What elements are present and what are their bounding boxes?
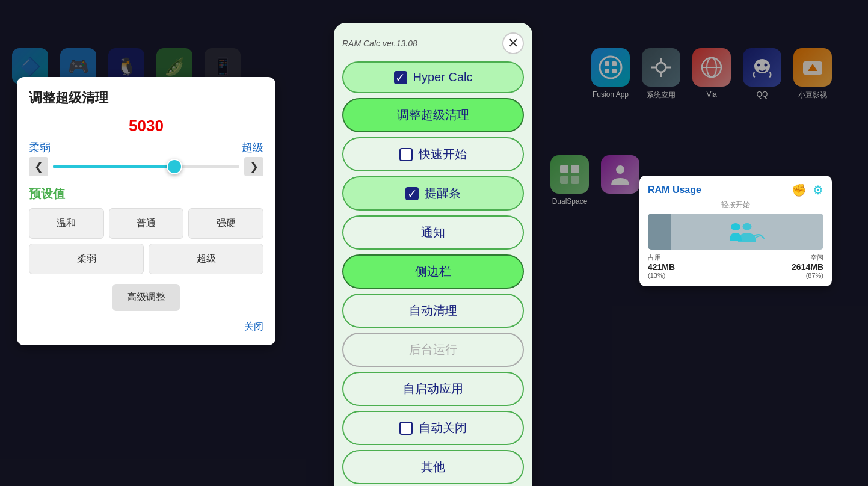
menu-btn-other[interactable]: 其他 — [342, 450, 524, 484]
slider-value: 5030 — [29, 117, 263, 135]
dualspace-label: DualSpace — [552, 197, 588, 206]
menu-btn-autoclose-label: 自动关闭 — [419, 420, 467, 436]
via-label: Via — [706, 90, 716, 99]
menu-btn-adjust-label: 调整超级清理 — [397, 107, 469, 123]
ram-gear-icon[interactable]: ⚙ — [813, 183, 823, 197]
ram-free-label: 空闲 — [792, 253, 823, 262]
slider-label-right: 超级 — [242, 140, 263, 155]
desktop-icon-sys[interactable]: 系统应用 — [642, 48, 680, 100]
menu-btn-quickstart[interactable]: 快速开始 — [342, 137, 524, 171]
menu-btn-sidebar-label: 侧边栏 — [415, 263, 451, 280]
ram-subtitle: 轻按开始 — [648, 200, 823, 210]
svg-point-22 — [616, 165, 624, 174]
slider-label-left: 柔弱 — [29, 140, 51, 155]
preset-title: 预设值 — [29, 186, 263, 202]
preset-btn-chaoji[interactable]: 超级 — [149, 244, 263, 274]
close-dialog-button[interactable]: ✕ — [502, 32, 524, 54]
menu-btn-notify[interactable]: 通知 — [342, 215, 524, 250]
via-icon-img — [692, 48, 731, 87]
ram-bar — [648, 214, 823, 250]
preset-btn-qiangying[interactable]: 强硬 — [188, 208, 263, 239]
xiaodou-icon-img — [793, 48, 832, 87]
checkbox-reminder: ✓ — [405, 187, 419, 200]
close-link[interactable]: 关闭 — [29, 321, 263, 333]
menu-btn-autoclose[interactable]: 自动关闭 — [342, 411, 524, 445]
desktop-icon-person[interactable] — [601, 155, 639, 206]
slider-track[interactable] — [53, 165, 239, 168]
desktop-icon-qq[interactable]: QQ — [743, 48, 781, 99]
advanced-btn[interactable]: 高级调整 — [112, 284, 180, 311]
fusion-icon-img — [591, 48, 630, 87]
svg-point-15 — [765, 64, 768, 67]
person-icon-img — [601, 155, 639, 194]
qq-icon-img — [743, 48, 781, 87]
svg-point-5 — [656, 63, 666, 72]
slider-fill — [53, 165, 174, 168]
ram-widget: RAM Usage ✊ ⚙ 轻按开始 — [639, 176, 832, 286]
ram-fist-icon[interactable]: ✊ — [792, 183, 807, 197]
desktop: 🔷 🎮 🐧 🫛 📱 Fusion App 系统应用 — [0, 0, 868, 486]
ram-used-value: 421MB — [648, 262, 675, 272]
svg-point-0 — [600, 57, 621, 78]
svg-point-24 — [742, 223, 751, 230]
ram-icons: ✊ ⚙ — [792, 183, 823, 197]
menu-btn-autostart-label: 自启动应用 — [403, 381, 463, 397]
menu-btn-reminder[interactable]: ✓ 提醒条 — [342, 176, 524, 211]
menu-btn-autoclean-label: 自动清理 — [409, 303, 457, 319]
checkbox-hypercalc: ✓ — [394, 71, 407, 84]
slider-arrow-left[interactable]: ❮ — [29, 157, 48, 176]
preset-btn-wenhe[interactable]: 温和 — [29, 208, 104, 239]
ram-free-bar — [671, 214, 823, 250]
ram-title[interactable]: RAM Usage — [648, 185, 701, 195]
svg-rect-20 — [560, 176, 568, 184]
desktop-icons-right2: DualSpace — [544, 149, 645, 212]
ram-stat-used: 占用 421MB (13%) — [648, 253, 675, 279]
slider-row: ❮ ❯ — [29, 157, 263, 176]
svg-rect-18 — [560, 165, 568, 173]
ram-used-pct: (13%) — [648, 272, 675, 279]
slider-thumb — [167, 159, 182, 174]
menu-btn-notify-label: 通知 — [421, 224, 445, 241]
desktop-icon-via[interactable]: Via — [692, 48, 731, 99]
svg-rect-21 — [571, 176, 579, 184]
desktop-icon-xiaodou[interactable]: 小豆影视 — [793, 48, 832, 100]
svg-rect-2 — [612, 61, 617, 66]
center-dialog-header: RAM Calc ver.13.08 ✕ — [342, 32, 524, 54]
ram-visual — [648, 214, 823, 250]
xiaodou-label: 小豆影视 — [798, 90, 827, 100]
preset-grid-row2: 柔弱 超级 — [29, 244, 263, 274]
preset-grid-row1: 温和 普通 强硬 — [29, 208, 263, 239]
fusion-label: Fusion App — [593, 90, 629, 99]
menu-btn-autoclean[interactable]: 自动清理 — [342, 294, 524, 328]
svg-rect-19 — [571, 165, 579, 173]
qq-label: QQ — [757, 90, 768, 99]
menu-btn-hypercalc[interactable]: ✓ Hyper Calc — [342, 61, 524, 93]
ram-stat-free: 空闲 2614MB (87%) — [792, 253, 823, 279]
svg-rect-1 — [605, 61, 609, 66]
checkbox-quickstart — [399, 148, 413, 161]
center-dialog-title: RAM Calc ver.13.08 — [342, 38, 417, 48]
menu-btn-other-label: 其他 — [421, 459, 445, 475]
menu-btn-quickstart-label: 快速开始 — [419, 146, 467, 162]
svg-rect-3 — [605, 69, 609, 73]
ram-used-bar — [648, 214, 671, 250]
menu-btn-reminder-label: 提醒条 — [425, 185, 461, 201]
ram-used-label: 占用 — [648, 253, 675, 262]
sys-icon-img — [642, 48, 680, 87]
desktop-icon-fusion[interactable]: Fusion App — [591, 48, 630, 99]
menu-btn-adjust[interactable]: 调整超级清理 — [342, 98, 524, 132]
checkbox-autoclose — [399, 422, 413, 435]
ram-widget-header: RAM Usage ✊ ⚙ — [648, 183, 823, 197]
sys-label: 系统应用 — [647, 90, 676, 100]
preset-btn-putong[interactable]: 普通 — [109, 208, 184, 239]
slider-labels: 柔弱 超级 — [29, 140, 263, 155]
menu-btn-autostart[interactable]: 自启动应用 — [342, 372, 524, 406]
preset-btn-ruoruo[interactable]: 柔弱 — [29, 244, 144, 274]
desktop-icons-right: Fusion App 系统应用 Via QQ 小豆影视 — [579, 42, 868, 106]
menu-btn-background[interactable]: 后台运行 — [342, 333, 524, 367]
slider-arrow-right[interactable]: ❯ — [244, 157, 263, 176]
menu-btn-sidebar[interactable]: 侧边栏 — [342, 254, 524, 289]
desktop-icon-dualspace[interactable]: DualSpace — [550, 155, 589, 206]
ram-free-pct: (87%) — [792, 272, 823, 279]
svg-rect-4 — [612, 69, 617, 73]
